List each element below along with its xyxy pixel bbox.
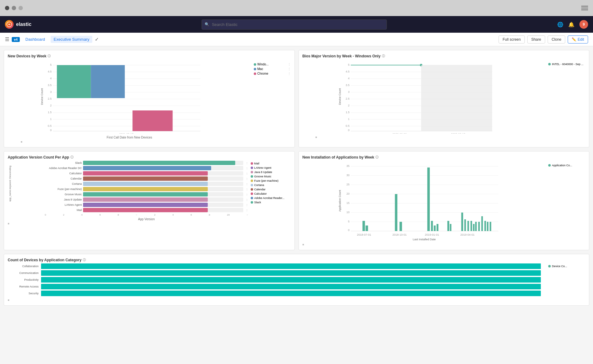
svg-rect-77 [399, 222, 402, 231]
legend-item-mac: Mac ⋮ [254, 67, 291, 71]
svg-rect-74 [362, 221, 365, 231]
elastic-icon [5, 20, 14, 29]
hamburger-menu[interactable] [581, 6, 588, 10]
svg-text:35: 35 [346, 164, 349, 168]
app-version-scrollbar-icon[interactable]: ≡ [8, 222, 9, 225]
legend-item-calendar: Calendar [251, 188, 291, 191]
category-chart-area: Collaboration Communication Productivity [8, 263, 585, 297]
cortana-menu[interactable]: ⋮ [246, 183, 248, 185]
hbar-row-calendar: Calendar ⋮ [45, 176, 248, 181]
svg-rect-87 [470, 221, 472, 231]
legend-dot-chrome [254, 72, 256, 75]
slack-menu[interactable]: ⋮ [246, 162, 248, 164]
bios-chart-main: Device Count 5 4.5 4 3.5 3 2.5 2 1.5 1 0… [303, 60, 546, 134]
svg-text:2.5: 2.5 [48, 97, 52, 100]
mail-menu[interactable]: ⋮ [246, 209, 248, 212]
svg-text:0.5: 0.5 [48, 124, 52, 127]
bios-scrollbar-icon[interactable]: ≡ [315, 136, 317, 139]
search-input[interactable] [202, 19, 387, 30]
app-version-chart-main: app_name.keyword: Descending Slack ⋮ Ado… [8, 161, 248, 221]
app-version-legend: Mail LANrev Agent Java 8 Update Gro [251, 161, 291, 221]
legend-item-calculator: Calculator [251, 192, 291, 195]
tab-executive-summary[interactable]: Executive Summary [51, 36, 93, 43]
tab-badge[interactable]: e4 [12, 37, 20, 42]
calculator-menu[interactable]: ⋮ [246, 172, 248, 175]
hbar-row-acrobat: Adobe Acrobat Reader DC ⋮ [45, 166, 248, 170]
category-title: Count of Devices by Application Category… [8, 258, 585, 262]
svg-text:Application Count: Application Count [338, 190, 341, 212]
tab-dashboard[interactable]: Dashboard [22, 36, 48, 43]
hbar-row-cortana: Cortana ⋮ [45, 182, 248, 186]
svg-text:1.5: 1.5 [345, 111, 349, 114]
svg-text:2018-10-01: 2018-10-01 [392, 233, 407, 236]
svg-text:1: 1 [50, 118, 52, 121]
svg-text:2: 2 [50, 104, 52, 107]
minimize-traffic-light[interactable] [12, 6, 16, 10]
close-traffic-light[interactable] [5, 6, 9, 10]
svg-text:Last Installed Date: Last Installed Date [412, 238, 436, 241]
app-version-info-icon[interactable]: ⓘ [70, 155, 73, 159]
category-bars: Collaboration Communication Productivity [8, 263, 546, 297]
maximize-traffic-light[interactable] [19, 6, 23, 10]
legend-menu-mac[interactable]: ⋮ [288, 67, 291, 71]
svg-text:4: 4 [348, 77, 349, 80]
svg-text:0: 0 [348, 229, 349, 232]
acrobat-menu[interactable]: ⋮ [246, 167, 248, 170]
legend-item-app-co: Application Co... [548, 164, 585, 167]
svg-text:2022-02-06: 2022-02-06 [392, 133, 407, 134]
nav-actions: 🌐 🔔 9 [557, 20, 588, 29]
bios-legend: INTEL - 6040000 - Sep ... [548, 60, 585, 134]
bell-icon[interactable]: 🔔 [568, 22, 574, 27]
edit-button[interactable]: ✏️ Edit [568, 35, 588, 43]
new-devices-chart-main: Device Count 5 4.5 4 3.5 3 2.5 2 1.5 1 0… [8, 60, 251, 139]
app-version-x-ticks: 02468~246820~ [45, 213, 248, 216]
top-nav: elastic 🔍 🌐 🔔 9 [0, 16, 593, 33]
category-row-productivity: Productivity [8, 277, 546, 283]
globe-icon[interactable]: 🌐 [557, 22, 563, 27]
legend-item-groove: Groove Music [251, 175, 291, 178]
category-info-icon[interactable]: ⓘ [83, 258, 86, 262]
new-devices-scrollbar-icon[interactable]: ≡ [21, 140, 22, 143]
bios-info-icon[interactable]: ⓘ [382, 54, 385, 58]
breadcrumb-chevron-icon[interactable]: ✓ [95, 36, 99, 42]
groove-menu[interactable]: ⋮ [246, 193, 248, 196]
bios-svg: Device Count 5 4.5 4 3.5 3 2.5 2 1.5 1 0… [303, 60, 546, 134]
elastic-text: elastic [16, 22, 31, 27]
legend-item-intel: INTEL - 6040000 - Sep ... [548, 63, 585, 66]
new-devices-info-icon[interactable]: ⓘ [48, 54, 51, 58]
elastic-logo[interactable]: elastic [5, 20, 31, 29]
legend-menu-chrome[interactable]: ⋮ [288, 72, 291, 75]
legend-item-slack: Slack [251, 201, 291, 204]
svg-text:2022-02-13: 2022-02-13 [451, 133, 465, 134]
svg-text:3.5: 3.5 [48, 84, 52, 87]
svg-text:2.5: 2.5 [345, 97, 349, 100]
category-scrollbar-icon[interactable]: ≡ [8, 299, 9, 302]
fuze-menu[interactable]: ⋮ [246, 188, 248, 191]
app-version-x-label: App Version [45, 217, 248, 221]
share-button[interactable]: Share [527, 35, 545, 43]
fullscreen-button[interactable]: Full screen [499, 35, 525, 43]
svg-text:3.5: 3.5 [345, 84, 349, 87]
java-menu[interactable]: ⋮ [246, 198, 248, 201]
bios-version-title: Bios Major Version by Week - Windows Onl… [303, 54, 586, 58]
svg-rect-24 [57, 65, 91, 98]
secondary-nav-left: ☰ e4 Dashboard Executive Summary ✓ [5, 36, 99, 43]
search-bar: 🔍 [202, 19, 387, 30]
user-avatar[interactable]: 9 [579, 20, 588, 29]
svg-rect-91 [481, 216, 483, 231]
new-installations-scrollbar-icon[interactable]: ≡ [303, 243, 304, 246]
nav-menu-icon[interactable]: ☰ [5, 36, 9, 42]
hbar-row-lanrev: LANrev Agent ⋮ [45, 203, 248, 207]
new-installations-info-icon[interactable]: ⓘ [375, 155, 378, 159]
clone-button[interactable]: Clone [548, 35, 565, 43]
legend-menu-windows[interactable]: ⋮ [288, 63, 291, 66]
svg-rect-94 [490, 222, 491, 231]
svg-text:5: 5 [348, 63, 349, 66]
calendar-menu[interactable]: ⋮ [246, 177, 248, 180]
category-row-communication: Communication [8, 270, 546, 276]
svg-text:1: 1 [348, 118, 349, 121]
lanrev-menu[interactable]: ⋮ [246, 204, 248, 206]
charts-row-1: New Devices by Week ⓘ Device Count 5 4.5… [4, 50, 589, 147]
svg-text:5: 5 [348, 220, 349, 223]
new-installations-title: New Installation of Applications by Week… [303, 155, 586, 159]
